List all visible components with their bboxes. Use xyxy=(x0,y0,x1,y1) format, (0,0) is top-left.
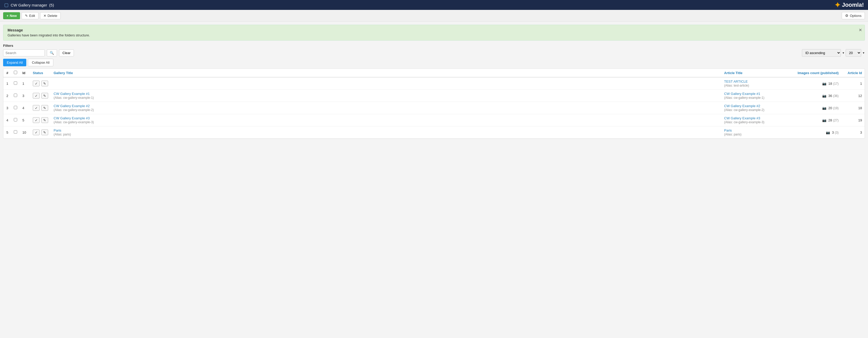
row-images-count: 📷 18 (17) xyxy=(794,77,841,90)
search-button[interactable]: 🔍 xyxy=(47,49,57,57)
filters-right: ID ascending ID descending Title ascendi… xyxy=(802,49,865,57)
row-checkbox[interactable] xyxy=(14,130,17,134)
row-images-count: 📷 28 (27) xyxy=(794,114,841,126)
col-header-id[interactable]: Id xyxy=(20,69,30,77)
status-published-button[interactable]: ✓ xyxy=(33,105,39,111)
gallery-title-link[interactable]: CW Gallery Example #2 xyxy=(54,104,90,108)
images-published: (19) xyxy=(833,106,839,110)
toolbar: + New ✎ Edit ✕ Delete ⚙ Options xyxy=(0,10,868,22)
images-total: 36 xyxy=(829,94,832,98)
row-checkbox[interactable] xyxy=(14,81,17,85)
joomla-label: Joomla! xyxy=(842,2,864,8)
table-row: 5 10 ✓ ✎ Paris(Alias: paris) Paris(Alias… xyxy=(3,126,865,139)
images-published: (17) xyxy=(833,82,839,86)
search-input[interactable] xyxy=(3,49,45,57)
row-article-id: 18 xyxy=(841,102,865,114)
per-page-select[interactable]: 20 50 100 xyxy=(846,49,861,57)
article-title-link[interactable]: CW Gallery Example #1 xyxy=(724,92,760,96)
status-edit-button[interactable]: ✎ xyxy=(41,117,48,123)
row-checkbox[interactable] xyxy=(14,106,17,109)
app-icon: ▢ xyxy=(4,2,8,8)
row-id: 4 xyxy=(20,102,30,114)
clear-button[interactable]: Clear xyxy=(59,49,74,57)
gallery-alias: (Alias: cw-gallery-example-1) xyxy=(54,96,94,100)
sort-dropdown-arrow: ▼ xyxy=(842,52,845,54)
gallery-alias: (Alias: paris) xyxy=(54,133,71,136)
col-header-gallery-title[interactable]: Gallery Title xyxy=(51,69,721,77)
app-count: (5) xyxy=(49,3,54,7)
row-gallery-title xyxy=(51,77,721,90)
col-header-images-count[interactable]: Images count (published) xyxy=(794,69,841,77)
row-gallery-title: Paris(Alias: paris) xyxy=(51,126,721,139)
status-published-button[interactable]: ✓ xyxy=(33,80,39,86)
col-header-article-id[interactable]: Article Id xyxy=(841,69,865,77)
article-title-link[interactable]: TEST ARTICLE xyxy=(724,79,748,83)
row-article-title: CW Gallery Example #1(Alias: cw-gallery-… xyxy=(721,90,794,102)
filters-row: 🔍 Clear ID ascending ID descending Title… xyxy=(3,49,865,57)
select-all-checkbox[interactable] xyxy=(14,71,17,74)
col-header-status[interactable]: Status xyxy=(30,69,51,77)
status-published-button[interactable]: ✓ xyxy=(33,117,39,123)
row-gallery-title: CW Gallery Example #2(Alias: cw-gallery-… xyxy=(51,102,721,114)
images-total: 3 xyxy=(832,131,834,134)
options-button[interactable]: ⚙ Options xyxy=(842,12,865,19)
expand-collapse-row: Expand All Collapse All xyxy=(3,59,865,66)
row-checkbox[interactable] xyxy=(14,94,17,97)
col-header-article-title[interactable]: Article Title xyxy=(721,69,794,77)
images-published: (36) xyxy=(833,94,839,98)
gallery-title-link[interactable]: CW Gallery Example #3 xyxy=(54,116,90,120)
images-published: (27) xyxy=(833,119,839,122)
article-title-link[interactable]: CW Gallery Example #3 xyxy=(724,116,760,120)
row-status: ✓ ✎ xyxy=(30,102,51,114)
row-article-id: 1 xyxy=(841,77,865,90)
article-title-link[interactable]: Paris xyxy=(724,129,732,132)
image-icon: 📷 xyxy=(822,106,826,110)
row-num: 3 xyxy=(3,102,11,114)
row-gallery-title: CW Gallery Example #1(Alias: cw-gallery-… xyxy=(51,90,721,102)
row-images-count: 📷 3 (3) xyxy=(794,126,841,139)
status-edit-button[interactable]: ✎ xyxy=(41,105,48,111)
article-alias: (Alias: test-article) xyxy=(724,84,749,87)
collapse-all-button[interactable]: Collapse All xyxy=(28,59,53,66)
content-area: Filters 🔍 Clear ID ascending ID descendi… xyxy=(0,44,868,139)
row-images-count: 📷 20 (19) xyxy=(794,102,841,114)
sort-select[interactable]: ID ascending ID descending Title ascendi… xyxy=(802,49,841,57)
images-published: (3) xyxy=(835,131,839,134)
row-checkbox-cell xyxy=(11,77,20,90)
status-published-button[interactable]: ✓ xyxy=(33,130,39,135)
row-status: ✓ ✎ xyxy=(30,90,51,102)
plus-icon: + xyxy=(6,14,8,18)
images-total: 20 xyxy=(829,106,832,110)
message-close-button[interactable]: ✕ xyxy=(859,28,862,33)
row-id: 5 xyxy=(20,114,30,126)
row-gallery-title: CW Gallery Example #3(Alias: cw-gallery-… xyxy=(51,114,721,126)
expand-all-button[interactable]: Expand All xyxy=(3,59,26,66)
row-id: 1 xyxy=(20,77,30,90)
row-checkbox[interactable] xyxy=(14,118,17,122)
edit-button[interactable]: ✎ Edit xyxy=(22,12,38,19)
gallery-title-link[interactable]: Paris xyxy=(54,129,61,132)
row-article-title: CW Gallery Example #2(Alias: cw-gallery-… xyxy=(721,102,794,114)
row-num: 5 xyxy=(3,126,11,139)
delete-button[interactable]: ✕ Delete xyxy=(40,12,61,19)
status-edit-button[interactable]: ✎ xyxy=(41,80,48,86)
app-title-area: ▢ CW Gallery manager (5) xyxy=(4,2,54,8)
new-button[interactable]: + New xyxy=(3,12,20,19)
top-bar: ▢ CW Gallery manager (5) ✦ Joomla! xyxy=(0,0,868,10)
row-id: 3 xyxy=(20,90,30,102)
row-status: ✓ ✎ xyxy=(30,77,51,90)
article-title-link[interactable]: CW Gallery Example #2 xyxy=(724,104,760,108)
x-icon: ✕ xyxy=(43,14,46,18)
gallery-table: # Id Status Gallery Title Article Title … xyxy=(3,69,865,139)
image-icon: 📷 xyxy=(822,94,826,98)
table-header-row: # Id Status Gallery Title Article Title … xyxy=(3,69,865,77)
gallery-title-link[interactable]: CW Gallery Example #1 xyxy=(54,92,90,96)
table-row: 2 3 ✓ ✎ CW Gallery Example #1(Alias: cw-… xyxy=(3,90,865,102)
status-edit-button[interactable]: ✎ xyxy=(41,93,48,99)
status-published-button[interactable]: ✓ xyxy=(33,93,39,99)
filters-label: Filters xyxy=(3,44,865,47)
col-header-checkbox xyxy=(11,69,20,77)
status-edit-button[interactable]: ✎ xyxy=(41,130,48,135)
table-row: 1 1 ✓ ✎ TEST ARTICLE(Alias: test-article… xyxy=(3,77,865,90)
row-article-id: 3 xyxy=(841,126,865,139)
